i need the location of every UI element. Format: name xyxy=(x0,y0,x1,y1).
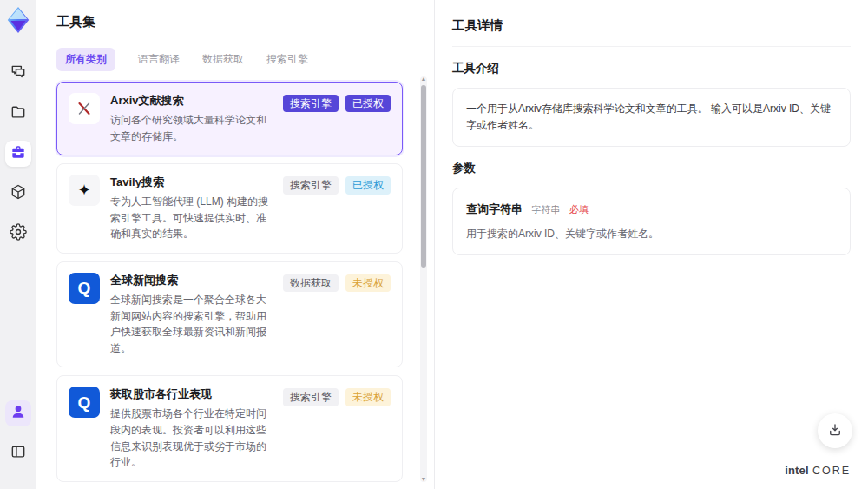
download-button[interactable] xyxy=(818,413,852,448)
tool-body: 全球新闻搜索 全球新闻搜索是一个聚合全球各大新闻网站内容的搜索引擎，帮助用户快速… xyxy=(110,273,273,356)
download-icon xyxy=(827,422,843,440)
tool-description: 全球新闻搜索是一个聚合全球各大新闻网站内容的搜索引擎，帮助用户快速获取全球最新资… xyxy=(110,292,273,356)
app-logo-icon xyxy=(3,5,33,35)
sidebar-item-tools[interactable] xyxy=(5,141,31,167)
category-badge: 搜索引擎 xyxy=(283,388,339,406)
panel-toggle-icon xyxy=(10,443,27,464)
user-avatar[interactable] xyxy=(5,400,31,426)
param-description: 用于搜索的Arxiv ID、关键字或作者姓名。 xyxy=(466,226,837,242)
gear-icon xyxy=(10,223,27,244)
auth-status-badge: 已授权 xyxy=(345,176,391,194)
tab-language-translation[interactable]: 语言翻译 xyxy=(138,48,180,71)
auth-status-badge: 未授权 xyxy=(345,274,391,292)
auth-status-badge: 已授权 xyxy=(345,95,391,112)
tool-badges: 搜索引擎 已授权 xyxy=(283,93,391,112)
param-required-badge: 必填 xyxy=(569,204,589,215)
tab-all-categories[interactable]: 所有类别 xyxy=(56,48,115,71)
tool-badges: 数据获取 未授权 xyxy=(283,273,391,292)
tool-body: 获取股市各行业表现 提供股票市场各个行业在特定时间段内的表现。投资者可以利用这些… xyxy=(110,387,273,470)
param-type: 字符串 xyxy=(531,204,560,215)
nav-rail xyxy=(0,0,36,489)
tool-detail-panel: 工具详情 工具介绍 一个用于从Arxiv存储库搜索科学论文和文章的工具。 输入可… xyxy=(434,0,868,489)
tool-card-tavily[interactable]: ✦ Tavily搜索 专为人工智能代理 (LLM) 构建的搜索引擎工具。可快速提… xyxy=(56,163,403,254)
core-wordmark: CORE xyxy=(812,465,851,477)
tab-search-engine[interactable]: 搜索引擎 xyxy=(266,48,308,71)
auth-status-badge: 未授权 xyxy=(345,388,391,406)
tavily-logo-icon: ✦ xyxy=(69,175,100,206)
tool-list-panel: 工具集 所有类别 语言翻译 数据获取 搜索引擎 Arxiv文献搜索 访问各个研究… xyxy=(36,0,434,489)
scrollbar-thumb[interactable] xyxy=(421,85,426,268)
tool-badges: 搜索引擎 未授权 xyxy=(283,387,391,406)
tool-title: Arxiv文献搜索 xyxy=(110,93,273,109)
stock-tool-logo-icon: Q xyxy=(69,387,100,418)
intro-box: 一个用于从Arxiv存储库搜索科学论文和文章的工具。 输入可以是Arxiv ID… xyxy=(452,88,851,147)
category-badge: 搜索引擎 xyxy=(283,95,339,112)
tool-card-global-news[interactable]: Q 全球新闻搜索 全球新闻搜索是一个聚合全球各大新闻网站内容的搜索引擎，帮助用户… xyxy=(56,261,403,367)
sidebar-item-files[interactable] xyxy=(5,101,31,127)
sidebar-item-chat[interactable] xyxy=(5,61,31,87)
tool-card-arxiv[interactable]: Arxiv文献搜索 访问各个研究领域大量科学论文和文章的存储库。 搜索引擎 已授… xyxy=(56,82,403,155)
arxiv-logo-icon xyxy=(69,93,100,124)
detail-title: 工具详情 xyxy=(452,17,851,47)
collapse-panel-button[interactable] xyxy=(5,440,31,466)
category-tabs: 所有类别 语言翻译 数据获取 搜索引擎 xyxy=(56,48,413,71)
scrollbar-down-arrow[interactable]: ▼ xyxy=(420,475,427,484)
tool-body: Arxiv文献搜索 访问各个研究领域大量科学论文和文章的存储库。 xyxy=(110,93,273,144)
tool-description: 专为人工智能代理 (LLM) 构建的搜索引擎工具。可快速提供实时、准确和真实的结… xyxy=(110,194,273,242)
category-badge: 数据获取 xyxy=(283,274,339,292)
sidebar-item-models[interactable] xyxy=(5,181,31,207)
param-header: 查询字符串 字符串 必填 xyxy=(466,201,837,219)
param-name: 查询字符串 xyxy=(466,202,523,215)
intel-core-logo: intel CORE xyxy=(785,464,851,477)
scrollbar-up-arrow[interactable]: ▲ xyxy=(420,75,427,83)
q-glyph: Q xyxy=(78,394,91,411)
sidebar-item-settings[interactable] xyxy=(5,221,31,247)
page-title: 工具集 xyxy=(56,14,413,30)
person-icon xyxy=(10,403,27,424)
list-scrollbar: ▲ ▼ xyxy=(420,76,427,482)
q-glyph: Q xyxy=(78,280,91,296)
param-box: 查询字符串 字符串 必填 用于搜索的Arxiv ID、关键字或作者姓名。 xyxy=(452,188,851,255)
intel-wordmark: intel xyxy=(785,464,809,477)
category-badge: 搜索引擎 xyxy=(283,176,339,194)
tool-card-sector-performance[interactable]: Q 获取股市各行业表现 提供股票市场各个行业在特定时间段内的表现。投资者可以利用… xyxy=(56,375,403,481)
chat-icon xyxy=(10,63,27,84)
tool-description: 提供股票市场各个行业在特定时间段内的表现。投资者可以利用这些信息来识别表现优于或… xyxy=(110,406,273,470)
tool-title: 获取股市各行业表现 xyxy=(110,387,273,402)
tool-description: 访问各个研究领域大量科学论文和文章的存储库。 xyxy=(110,112,273,144)
intro-heading: 工具介绍 xyxy=(452,61,851,76)
cube-icon xyxy=(10,183,27,204)
tool-list: Arxiv文献搜索 访问各个研究领域大量科学论文和文章的存储库。 搜索引擎 已授… xyxy=(56,82,413,489)
folder-icon xyxy=(10,103,27,124)
toolbox-icon xyxy=(10,143,27,164)
tool-badges: 搜索引擎 已授权 xyxy=(283,175,391,194)
tool-title: Tavily搜索 xyxy=(110,175,273,190)
news-search-logo-icon: Q xyxy=(69,273,100,304)
star-glyph: ✦ xyxy=(77,181,90,200)
tab-data-fetch[interactable]: 数据获取 xyxy=(202,48,244,71)
tool-body: Tavily搜索 专为人工智能代理 (LLM) 构建的搜索引擎工具。可快速提供实… xyxy=(110,175,273,242)
tool-title: 全球新闻搜索 xyxy=(110,273,273,288)
params-heading: 参数 xyxy=(452,161,851,176)
